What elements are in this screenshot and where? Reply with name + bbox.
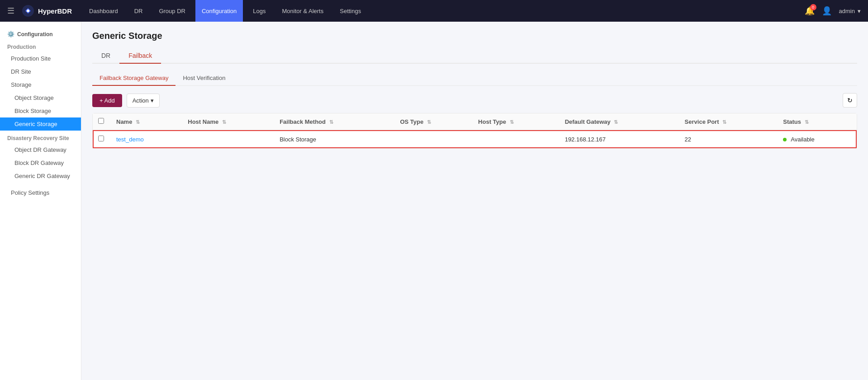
sidebar-item-object-storage[interactable]: Object Storage (0, 91, 81, 104)
status-indicator (783, 138, 787, 141)
nav-group-dr[interactable]: Group DR (152, 0, 192, 22)
col-os-type[interactable]: OS Type ⇅ (394, 113, 473, 130)
refresh-icon: ↻ (847, 97, 853, 104)
table-header-row: Name ⇅ Host Name ⇅ Failback Method ⇅ O (93, 113, 857, 130)
svg-point-1 (27, 9, 29, 12)
row-name-link[interactable]: test_demo (116, 136, 144, 143)
notification-badge: 0 (810, 4, 816, 10)
sidebar-item-generic-dr-gateway[interactable]: Generic DR Gateway (0, 169, 81, 183)
cell-failback-method: Block Storage (274, 130, 394, 149)
sidebar-item-block-storage[interactable]: Block Storage (0, 104, 81, 117)
sidebar: ⚙️ Configuration Production Production S… (0, 22, 81, 380)
topnav: ☰ HyperBDR Dashboard DR Group DR Configu… (0, 0, 868, 22)
cell-name: test_demo (111, 130, 182, 149)
cell-host-name (182, 130, 274, 149)
cell-default-gateway: 192.168.12.167 (560, 130, 679, 149)
default-gateway-sort-icon: ⇅ (614, 119, 618, 125)
row-checkbox[interactable] (98, 136, 104, 141)
subtab-host-verification[interactable]: Host Verification (175, 71, 232, 86)
primary-tabs: DR Failback (92, 48, 857, 64)
os-type-sort-icon: ⇅ (427, 119, 431, 125)
col-name[interactable]: Name ⇅ (111, 113, 182, 130)
sidebar-item-policy-settings[interactable]: Policy Settings (0, 186, 81, 199)
layout: ⚙️ Configuration Production Production S… (0, 22, 868, 380)
action-label: Action (133, 97, 149, 104)
subtab-failback-storage-gateway[interactable]: Failback Storage Gateway (92, 71, 175, 86)
toolbar: + Add Action ▾ ↻ (92, 93, 857, 108)
table-row[interactable]: test_demo Block Storage 192.168.12.167 2… (93, 130, 857, 149)
sidebar-item-production-site[interactable]: Production Site (0, 52, 81, 65)
user-label: admin (839, 8, 855, 14)
page-title: Generic Storage (92, 31, 857, 41)
col-status[interactable]: Status ⇅ (778, 113, 857, 130)
status-label: Available (791, 136, 815, 143)
row-checkbox-cell[interactable] (93, 130, 111, 149)
toolbar-right: ↻ (843, 93, 857, 108)
main-content: Generic Storage DR Failback Failback Sto… (81, 22, 868, 380)
nav-dr[interactable]: DR (128, 0, 149, 22)
failback-method-sort-icon: ⇅ (329, 119, 333, 125)
col-service-port[interactable]: Service Port ⇅ (679, 113, 778, 130)
data-table: Name ⇅ Host Name ⇅ Failback Method ⇅ O (93, 113, 857, 148)
action-button[interactable]: Action ▾ (127, 94, 160, 108)
config-icon: ⚙️ (7, 31, 14, 38)
sidebar-section-title: ⚙️ Configuration (0, 27, 81, 39)
subtab-bar: Failback Storage Gateway Host Verificati… (92, 71, 857, 86)
select-all-header[interactable] (93, 113, 111, 130)
sidebar-group-dr-site: Disastery Recovery Site (0, 131, 81, 143)
sidebar-item-dr-site[interactable]: DR Site (0, 65, 81, 78)
user-menu[interactable]: admin ▾ (839, 8, 861, 14)
sidebar-group-production: Production (0, 39, 81, 52)
table-head: Name ⇅ Host Name ⇅ Failback Method ⇅ O (93, 113, 857, 130)
cell-service-port: 22 (679, 130, 778, 149)
tab-dr[interactable]: DR (92, 48, 119, 64)
status-sort-icon: ⇅ (805, 119, 809, 125)
sidebar-item-block-dr-gateway[interactable]: Block DR Gateway (0, 156, 81, 169)
logo-icon (22, 5, 34, 17)
sidebar-item-storage[interactable]: Storage (0, 78, 81, 91)
sidebar-item-generic-storage[interactable]: Generic Storage (0, 117, 81, 131)
cell-host-type (473, 130, 560, 149)
host-name-sort-icon: ⇅ (222, 119, 226, 125)
service-port-sort-icon: ⇅ (722, 119, 726, 125)
nav-logs[interactable]: Logs (247, 0, 272, 22)
col-host-type[interactable]: Host Type ⇅ (473, 113, 560, 130)
col-default-gateway[interactable]: Default Gateway ⇅ (560, 113, 679, 130)
tab-failback[interactable]: Failback (119, 48, 161, 64)
nav-monitor-alerts[interactable]: Monitor & Alerts (275, 0, 330, 22)
topnav-right: 🔔 0 👤 admin ▾ (805, 6, 861, 16)
cell-os-type (394, 130, 473, 149)
sidebar-item-object-dr-gateway[interactable]: Object DR Gateway (0, 143, 81, 156)
table-body: test_demo Block Storage 192.168.12.167 2… (93, 130, 857, 149)
hamburger-icon[interactable]: ☰ (7, 6, 14, 16)
user-dropdown-icon: ▾ (858, 8, 861, 14)
table-container: Name ⇅ Host Name ⇅ Failback Method ⇅ O (92, 113, 857, 149)
nav-settings[interactable]: Settings (333, 0, 367, 22)
app-logo: HyperBDR (22, 5, 72, 17)
host-type-sort-icon: ⇅ (510, 119, 514, 125)
action-dropdown-icon: ▾ (151, 97, 154, 104)
bell-button[interactable]: 🔔 0 (805, 6, 815, 16)
app-name: HyperBDR (38, 7, 72, 15)
nav-configuration[interactable]: Configuration (195, 0, 243, 22)
nav-dashboard[interactable]: Dashboard (83, 0, 124, 22)
user-avatar-icon: 👤 (822, 6, 832, 16)
select-all-checkbox[interactable] (98, 118, 104, 124)
cell-status: Available (778, 130, 857, 149)
col-failback-method[interactable]: Failback Method ⇅ (274, 113, 394, 130)
col-host-name[interactable]: Host Name ⇅ (182, 113, 274, 130)
refresh-button[interactable]: ↻ (843, 93, 857, 108)
add-button[interactable]: + Add (92, 94, 122, 107)
name-sort-icon: ⇅ (136, 119, 140, 125)
